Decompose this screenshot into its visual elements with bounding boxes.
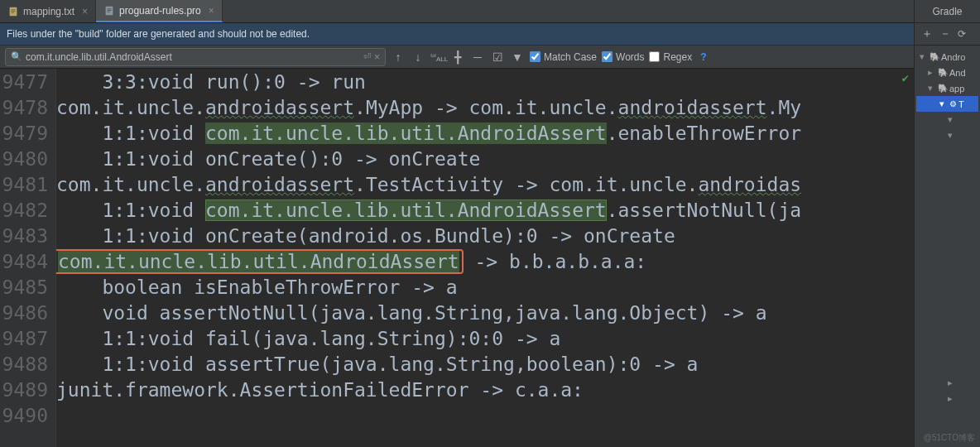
search-icon: 🔍 — [11, 51, 22, 62]
code-line: com.it.uncle.androidassert.MyApp -> com.… — [56, 97, 801, 118]
svg-rect-5 — [107, 8, 111, 9]
line-number: 9481 — [0, 174, 56, 195]
line-number: 9488 — [0, 353, 56, 375]
clear-search-icon[interactable]: × — [374, 51, 380, 63]
line-number: 9486 — [0, 302, 56, 324]
tree-node[interactable]: ▸ — [916, 391, 978, 406]
code-line: 1:1:void fail(java.lang.String):0:0 -> a — [56, 328, 560, 349]
line-number: 9482 — [0, 199, 56, 221]
add-selection-button[interactable]: ╋ — [450, 50, 465, 64]
file-icon — [103, 5, 115, 17]
help-icon[interactable]: ? — [700, 51, 706, 63]
search-input[interactable] — [26, 51, 363, 63]
match-case-label: Match Case — [544, 51, 597, 63]
code-line: 1:1:void onCreate():0 -> onCreate — [56, 148, 480, 170]
close-icon[interactable]: × — [209, 5, 214, 17]
add-icon[interactable]: ＋ — [921, 26, 933, 41]
tab-label: proguard-rules.pro — [119, 5, 201, 17]
code-line: com.it.uncle.androidassert.TestActivity … — [56, 174, 801, 195]
editor-area: 9477 3:3:void run():0 -> run 9478com.it.… — [0, 69, 980, 447]
line-number: 9487 — [0, 328, 56, 349]
regex-label: Regex — [663, 51, 692, 63]
inspection-ok-icon: ✔ — [902, 71, 909, 84]
svg-rect-3 — [11, 12, 14, 12]
tree-node-selected[interactable]: ▾⚙T — [916, 96, 978, 112]
line-number: 9490 — [0, 405, 56, 426]
close-icon[interactable]: × — [82, 6, 88, 17]
svg-rect-1 — [11, 9, 15, 10]
search-input-container: 🔍 ⏎ × — [5, 48, 386, 66]
line-number: 9480 — [0, 148, 56, 170]
line-number: 9478 — [0, 97, 56, 118]
tree-node[interactable]: ▾ — [916, 112, 978, 127]
next-occurrence-button[interactable]: ↓ — [411, 50, 425, 64]
code-editor[interactable]: 9477 3:3:void run():0 -> run 9478com.it.… — [0, 69, 980, 447]
line-number: 9477 — [0, 71, 56, 93]
notice-text: Files under the "build" folder are gener… — [7, 28, 310, 40]
code-line: boolean isEnableThrowError -> a — [56, 276, 458, 298]
enter-icon: ⏎ — [363, 51, 371, 62]
regex-checkbox[interactable]: Regex — [649, 51, 692, 63]
select-all-button[interactable]: ⎃ALL — [430, 50, 445, 63]
words-label: Words — [616, 51, 644, 63]
readonly-notice: Files under the "build" folder are gener… — [0, 23, 980, 46]
tree-node[interactable]: ▸ — [916, 375, 978, 391]
line-number: 9485 — [0, 276, 56, 298]
line-number: 9483 — [0, 225, 56, 247]
filter-button[interactable]: ▼ — [510, 50, 525, 64]
svg-rect-7 — [107, 11, 110, 12]
file-icon — [7, 6, 19, 17]
tree-node[interactable]: ▸🐘And — [916, 65, 978, 80]
code-line: void assertNotNull(java.lang.String,java… — [56, 302, 767, 324]
tree-node[interactable]: ▾🐘Andro — [916, 49, 978, 65]
tree-node[interactable]: ▾🐘app — [916, 80, 978, 96]
toggle-selection-button[interactable]: ☑ — [490, 50, 505, 64]
tree-node[interactable]: ▾ — [916, 127, 978, 143]
code-line: 1:1:void com.it.uncle.lib.util.AndroidAs… — [56, 199, 801, 221]
code-line: junit.framework.AssertionFailedError -> … — [56, 379, 584, 401]
code-line: 3:3:void run():0 -> run — [56, 71, 366, 93]
svg-rect-6 — [107, 10, 111, 11]
gradle-toolbar: ＋ － ⟳ — [915, 23, 980, 46]
code-line: 1:1:void com.it.uncle.lib.util.AndroidAs… — [56, 123, 801, 144]
remove-selection-button[interactable]: ─ — [470, 50, 485, 64]
code-line: com.it.uncle.lib.util.AndroidAssert -> b… — [56, 251, 646, 272]
code-line: 1:1:void onCreate(android.os.Bundle):0 -… — [56, 225, 675, 247]
words-checkbox[interactable]: Words — [602, 51, 644, 63]
remove-icon[interactable]: － — [939, 26, 951, 41]
tab-label: mapping.txt — [23, 6, 74, 17]
match-case-checkbox[interactable]: Match Case — [530, 51, 597, 63]
line-number: 9479 — [0, 123, 56, 144]
code-line: 1:1:void assertTrue(java.lang.String,boo… — [56, 353, 698, 375]
gradle-panel-title[interactable]: Gradle — [915, 0, 980, 23]
find-toolbar: 🔍 ⏎ × ↑ ↓ ⎃ALL ╋ ─ ☑ ▼ Match Case Words … — [0, 46, 980, 69]
tab-mapping[interactable]: mapping.txt × — [0, 0, 96, 22]
refresh-icon[interactable]: ⟳ — [958, 28, 966, 40]
svg-rect-2 — [11, 11, 15, 12]
gradle-tree: ▾🐘Andro ▸🐘And ▾🐘app ▾⚙T ▾ ▾ ▸ ▸ — [915, 46, 980, 410]
tab-proguard[interactable]: proguard-rules.pro × — [96, 0, 223, 22]
gradle-panel: Gradle ＋ － ⟳ ▾🐘Andro ▸🐘And ▾🐘app ▾⚙T ▾ ▾… — [914, 0, 980, 447]
line-number: 9489 — [0, 379, 56, 401]
watermark: @51CTO博客 — [924, 432, 975, 444]
prev-occurrence-button[interactable]: ↑ — [391, 50, 406, 64]
line-number: 9484 — [0, 251, 56, 272]
tab-bar: mapping.txt × proguard-rules.pro × — [0, 0, 980, 23]
